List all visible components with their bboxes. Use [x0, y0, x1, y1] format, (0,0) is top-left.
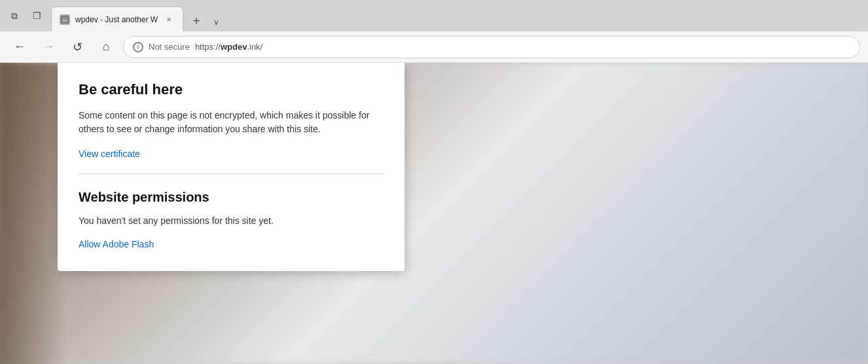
security-popup-panel: Be careful here Some content on this pag…: [58, 63, 405, 271]
tab-close-button[interactable]: ×: [163, 14, 175, 26]
url-protocol: https://: [195, 42, 221, 52]
new-tab-button[interactable]: +: [186, 10, 207, 31]
tab-title: wpdev - Just another W: [75, 15, 158, 24]
allow-adobe-flash-link[interactable]: Allow Adobe Flash: [79, 239, 154, 249]
page-bg-overlay: [0, 63, 65, 364]
permissions-description: You haven't set any permissions for this…: [79, 214, 384, 228]
permissions-title: Website permissions: [79, 190, 384, 205]
nav-bar: ← → ↺ ⌂ i Not secure https://wpdev.ink/: [0, 31, 868, 63]
title-bar: ⧉ ❐ wpdev - Just another W × + ∨: [0, 0, 868, 31]
window-controls: ⧉ ❐: [5, 7, 46, 25]
panel-title: Be careful here: [79, 81, 384, 98]
address-bar[interactable]: i Not secure https://wpdev.ink/: [123, 36, 860, 58]
permissions-section: Website permissions You haven't set any …: [79, 190, 384, 250]
tab-back-button[interactable]: ❐: [27, 7, 46, 25]
security-icon: i: [133, 42, 143, 52]
tab-strip: wpdev - Just another W × + ∨: [51, 0, 863, 31]
tab-dropdown-button[interactable]: ∨: [207, 13, 225, 31]
active-tab[interactable]: wpdev - Just another W ×: [51, 7, 183, 31]
home-button[interactable]: ⌂: [94, 35, 118, 59]
not-secure-label: Not secure: [149, 42, 190, 52]
url-display: https://wpdev.ink/: [195, 42, 262, 52]
tab-grid-button[interactable]: ⧉: [5, 7, 24, 25]
panel-description: Some content on this page is not encrypt…: [79, 109, 384, 136]
url-domain: wpdev: [221, 42, 247, 52]
panel-divider: [79, 173, 384, 174]
reload-button[interactable]: ↺: [65, 35, 89, 59]
forward-button[interactable]: →: [37, 35, 60, 59]
svg-rect-0: [62, 16, 68, 23]
page-area: Be careful here Some content on this pag…: [0, 63, 868, 364]
back-button[interactable]: ←: [8, 35, 31, 59]
tab-favicon: [60, 14, 70, 25]
view-certificate-link[interactable]: View certificate: [79, 149, 140, 159]
security-section: Be careful here Some content on this pag…: [79, 81, 384, 173]
url-rest: .ink/: [247, 42, 262, 52]
